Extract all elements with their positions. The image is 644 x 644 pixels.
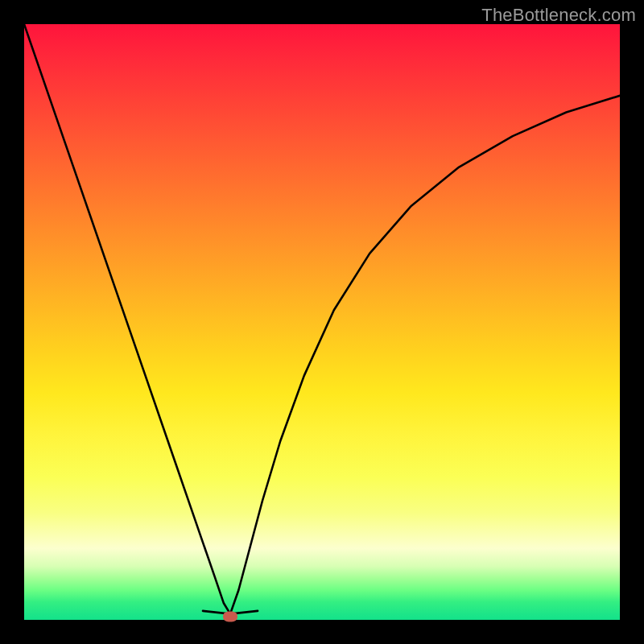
watermark-text: TheBottleneck.com xyxy=(481,5,636,26)
valley-marker xyxy=(223,611,237,621)
bottleneck-curve xyxy=(24,24,620,614)
curve-layer xyxy=(24,24,620,620)
plot-area xyxy=(24,24,620,620)
chart-frame: TheBottleneck.com xyxy=(0,0,644,644)
